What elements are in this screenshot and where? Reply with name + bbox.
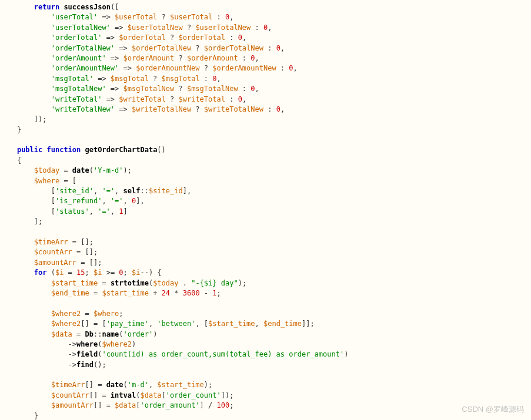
watermark: CSDN @罗峰源码 — [462, 404, 524, 415]
code-block: return successJson([ 'userTotal' => $use… — [0, 0, 531, 420]
